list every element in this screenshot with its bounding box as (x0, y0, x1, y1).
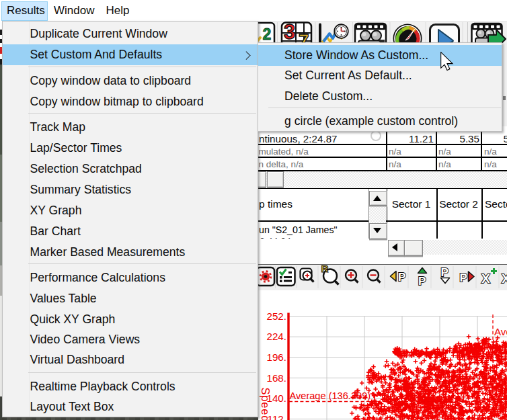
svg-text:168.: 168. (266, 372, 286, 384)
svg-text:2: 2 (263, 26, 272, 43)
svg-text:252.: 252. (266, 310, 286, 322)
svg-text:X: X (502, 271, 507, 286)
svg-text:Average: Average (494, 326, 507, 337)
svg-text:224.: 224. (266, 331, 286, 342)
svg-text:X: X (481, 271, 490, 286)
svg-text:P: P (398, 271, 405, 284)
svg-text:R: R (321, 265, 329, 274)
svg-text:P: P (418, 275, 426, 288)
svg-text:P: P (460, 271, 467, 284)
svg-text:196.: 196. (266, 351, 286, 363)
svg-text:3: 3 (284, 21, 295, 43)
svg-text:P: P (441, 266, 448, 279)
svg-text:7: 7 (299, 30, 309, 43)
svg-text:Average (136.309): Average (136.309) (290, 390, 371, 401)
svg-text:Speed: Speed (260, 388, 272, 420)
